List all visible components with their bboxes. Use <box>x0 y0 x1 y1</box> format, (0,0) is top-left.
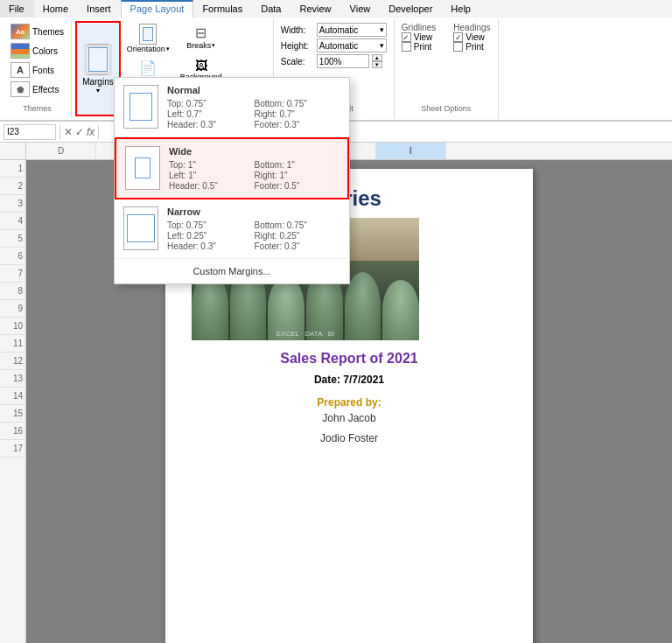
narrow-margin-values: Top: 0.75" Bottom: 0.75" Left: 0.25" Rig… <box>167 220 340 251</box>
row-16: 16 <box>0 423 25 440</box>
narrow-margin-preview <box>123 206 158 250</box>
margins-label: Margins <box>82 77 114 87</box>
row-12: 12 <box>0 353 25 370</box>
page-names: John Jacob Jodio Foster <box>192 409 507 449</box>
orientation-icon <box>139 24 157 45</box>
col-header-i[interactable]: I <box>376 143 446 159</box>
orientation-arrow: ▾ <box>166 45 170 52</box>
normal-margin-preview <box>123 85 158 129</box>
scale-down[interactable]: ▼ <box>372 61 382 68</box>
breaks-arrow: ▾ <box>212 42 215 49</box>
headings-label: Headings <box>453 23 490 32</box>
gridlines-view-label: View <box>414 32 433 42</box>
themes-group-label: Themes <box>23 104 52 115</box>
page-prepared-label: Prepared by: <box>192 396 507 409</box>
gridlines-label: Gridlines <box>402 23 436 32</box>
headings-view-label: View <box>466 32 485 42</box>
colors-icon <box>10 43 30 59</box>
formula-icons: ✕ ✓ fx <box>64 126 94 138</box>
fonts-icon: A <box>10 62 30 78</box>
row-numbers-col: 1 2 3 4 5 6 7 8 9 10 11 12 13 14 15 16 1… <box>0 143 26 643</box>
scale-up[interactable]: ▲ <box>372 54 382 61</box>
narrow-margin-option[interactable]: Narrow Top: 0.75" Bottom: 0.75" Left: 0.… <box>115 199 349 259</box>
margins-dropdown: Normal Top: 0.75" Bottom: 0.75" Left: 0.… <box>114 77 350 284</box>
gridlines-print-checkbox[interactable] <box>402 42 411 52</box>
wide-margin-details: Wide Top: 1" Bottom: 1" Left: 1" Right: … <box>169 146 339 191</box>
width-input[interactable]: Automatic ▾ <box>317 23 387 37</box>
col-header-d[interactable]: D <box>26 143 96 159</box>
height-label: Height: <box>281 41 314 51</box>
breaks-button[interactable]: ⊟ Breaks ▾ <box>176 22 227 52</box>
orientation-label: Orientation <box>127 45 165 53</box>
margins-icon <box>84 44 112 75</box>
tab-view[interactable]: View <box>341 0 381 17</box>
row-1: 1 <box>0 160 25 178</box>
tab-review[interactable]: Review <box>290 0 340 17</box>
width-label: Width: <box>281 25 314 35</box>
orientation-button[interactable]: Orientation ▾ <box>122 21 174 56</box>
tab-file[interactable]: File <box>0 0 34 17</box>
tab-formulas[interactable]: Formulas <box>193 0 252 17</box>
width-row: Width: Automatic ▾ <box>281 23 387 37</box>
normal-margin-option[interactable]: Normal Top: 0.75" Bottom: 0.75" Left: 0.… <box>115 78 349 137</box>
scale-row: Scale: 100% ▲ ▼ <box>281 54 387 68</box>
effects-button[interactable]: ⬟ Effects <box>9 80 66 98</box>
headings-view-row: View <box>453 32 490 42</box>
themes-button[interactable]: Aa Themes <box>9 23 66 40</box>
height-input[interactable]: Automatic ▾ <box>317 38 387 52</box>
page-date: Date: 7/7/2021 <box>192 374 507 386</box>
tab-data[interactable]: Data <box>252 0 290 17</box>
row-7: 7 <box>0 265 25 283</box>
fonts-button[interactable]: A Fonts <box>9 61 66 79</box>
row-2: 2 <box>0 178 25 195</box>
name-2: Jodio Foster <box>192 429 507 449</box>
wide-margin-values: Top: 1" Bottom: 1" Left: 1" Right: 1" He… <box>169 160 339 191</box>
row-15: 15 <box>0 405 25 423</box>
gridlines-print-label: Print <box>414 42 432 52</box>
height-row: Height: Automatic ▾ <box>281 38 387 52</box>
gridlines-view-checkbox[interactable] <box>402 32 411 42</box>
sheet-options-label: Sheet Options <box>402 104 491 115</box>
row-9: 9 <box>0 300 25 318</box>
colors-button[interactable]: Colors <box>9 42 66 59</box>
tab-home[interactable]: Home <box>34 0 78 17</box>
sheet-options-group: Gridlines View Print Headings View <box>395 19 499 118</box>
narrow-margin-details: Narrow Top: 0.75" Bottom: 0.75" Left: 0.… <box>167 206 340 251</box>
cancel-icon: ✕ <box>64 126 73 138</box>
wide-margin-name: Wide <box>169 146 339 157</box>
scale-spinners: ▲ ▼ <box>372 54 382 68</box>
fonts-label: Fonts <box>32 66 54 75</box>
headings-view-checkbox[interactable] <box>453 32 463 42</box>
scale-label: Scale: <box>281 57 314 66</box>
gridlines-view-row: View <box>402 32 436 42</box>
wide-margin-preview <box>125 146 160 190</box>
formula-divider <box>60 125 60 139</box>
colors-label: Colors <box>32 46 58 56</box>
custom-margins-button[interactable]: Custom Margins... <box>115 259 349 283</box>
themes-label: Themes <box>32 27 64 37</box>
wide-margin-option[interactable]: Wide Top: 1" Bottom: 1" Left: 1" Right: … <box>115 137 349 199</box>
name-box[interactable]: I23 <box>4 124 56 140</box>
effects-label: Effects <box>32 85 59 94</box>
name-1: John Jacob <box>192 409 507 429</box>
narrow-margin-name: Narrow <box>167 206 340 217</box>
image-watermark: EXCEL · DATA · BI <box>276 330 335 338</box>
tab-help[interactable]: Help <box>442 0 480 17</box>
gridlines-print-row: Print <box>402 42 436 52</box>
row-10: 10 <box>0 318 25 335</box>
tab-developer[interactable]: Developer <box>380 0 442 17</box>
tab-page-layout[interactable]: Page Layout <box>121 0 194 17</box>
themes-icon: Aa <box>10 24 30 39</box>
corner-cell <box>0 143 25 160</box>
function-icon: fx <box>87 126 94 138</box>
tab-insert[interactable]: Insert <box>78 0 121 17</box>
size-icon: 📄 <box>139 59 157 76</box>
page-subtitle: Sales Report of 2021 <box>192 351 507 367</box>
themes-group: Aa Themes Colors A Fonts ⬟ <box>4 19 72 118</box>
headings-print-checkbox[interactable] <box>453 42 463 52</box>
scale-input[interactable]: 100% <box>317 54 369 68</box>
row-14: 14 <box>0 388 25 405</box>
headings-print-label: Print <box>466 42 484 52</box>
row-3: 3 <box>0 195 25 213</box>
normal-margin-name: Normal <box>167 85 340 95</box>
